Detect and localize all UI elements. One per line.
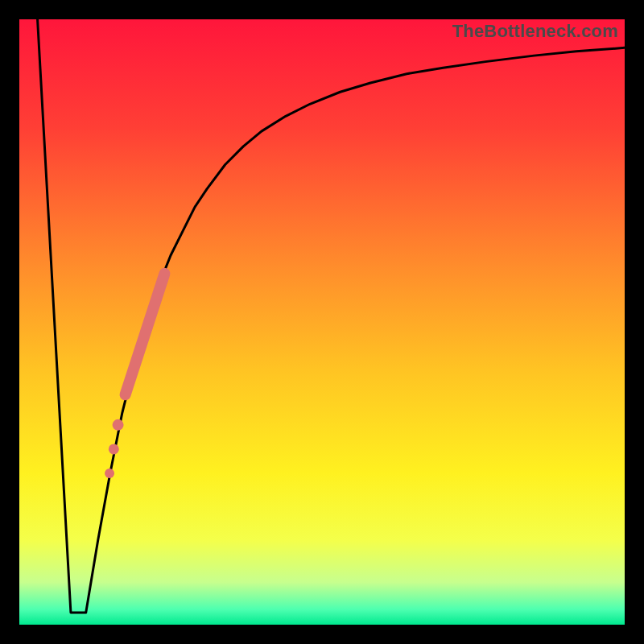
gradient-background — [19, 19, 625, 625]
watermark-text: TheBottleneck.com — [452, 21, 618, 42]
highlight-dot — [105, 469, 114, 478]
plot-area: TheBottleneck.com — [19, 19, 625, 625]
chart-svg — [19, 19, 625, 625]
highlight-dot — [113, 419, 124, 431]
chart-frame: TheBottleneck.com — [0, 0, 644, 644]
highlight-dot — [109, 444, 119, 454]
